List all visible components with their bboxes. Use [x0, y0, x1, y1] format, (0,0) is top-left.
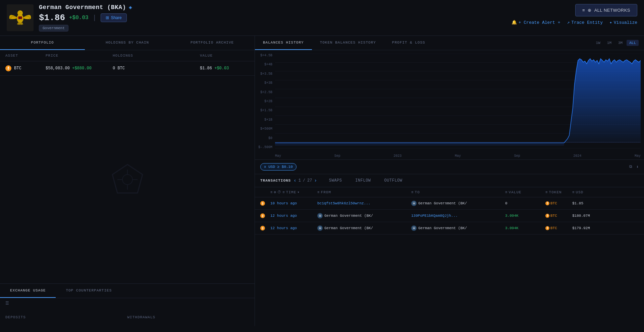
tx-time-0: 10 hours ago	[270, 201, 317, 205]
tab-holdings-by-chain[interactable]: HOLDINGS BY CHAIN	[85, 36, 170, 50]
x-label-6: May	[635, 154, 641, 158]
filter6-icon[interactable]: ≡	[545, 190, 548, 194]
y-label-9: $0	[268, 136, 272, 140]
chart-container: $+4.5B $+4B $+3.5B $+3B $+2.5B $+2B $+1.…	[255, 50, 644, 159]
link-icon: ⊕	[588, 8, 592, 13]
tx-to-1[interactable]: 139PoPE1bKQam8QJjh...	[411, 214, 505, 218]
tab-token-balances-history[interactable]: TOKEN BALANCES HISTORY	[312, 36, 384, 50]
col-price: PRICE	[46, 54, 113, 58]
all-networks-button[interactable]: ≡ ⊕ ALL NETWORKS	[575, 4, 637, 16]
tx-to-2: 🏛 German Government (BK/	[411, 225, 505, 231]
tx-from-2: 🏛 German Government (BK/	[317, 225, 411, 231]
table-column-headers: ASSET PRICE HOLDINGS VALUE	[0, 50, 255, 61]
tx-from-0[interactable]: bc1qfst5w8hk6zl50wrnz...	[317, 201, 411, 205]
col-to: ≡ TO	[411, 190, 505, 194]
tx-token-0: ₿ BTC	[545, 201, 572, 205]
table-row: ₿ 10 hours ago bc1qfst5w8hk6zl50wrnz... …	[255, 197, 644, 210]
filter7-icon[interactable]: ≡	[572, 190, 575, 194]
svg-point-2	[17, 10, 23, 16]
next-page-btn[interactable]: ›	[314, 178, 317, 183]
col-value: VALUE	[200, 54, 260, 58]
action-links: 🔔 + Create Alert + ↗ Trace Entity ✦ Visu…	[512, 20, 637, 25]
tx-to-0: 🏛 German Government (BK/	[411, 201, 505, 206]
price-change: +$0.03	[69, 15, 89, 21]
filter-3m[interactable]: 3M	[615, 40, 625, 46]
create-alert-link[interactable]: 🔔 + Create Alert +	[512, 20, 560, 25]
tab-balances-history[interactable]: BALANCES HISTORY	[255, 36, 312, 50]
col-token: ≡ TOKEN	[545, 190, 572, 194]
col-from: ≡ FROM	[317, 190, 411, 194]
col-value: ≡ VALUE	[505, 190, 545, 194]
tab-top-counterparties[interactable]: TOP COUNTERPARTIES	[56, 284, 122, 298]
share-button[interactable]: ⊞ Share	[101, 13, 127, 22]
tx-usd-0: $1.85	[572, 201, 599, 205]
page-total: 27	[307, 178, 312, 183]
right-panel: BALANCES HISTORY TOKEN BALANCES HISTORY …	[255, 36, 644, 326]
table-row: ₿ BTC $58,083.00 +$880.00 0 BTC $1.86 +$…	[0, 61, 255, 76]
filter5-icon[interactable]: ≡	[505, 190, 508, 194]
col-usd: ≡ USD	[572, 190, 599, 194]
empty-state	[0, 76, 255, 283]
filter-chip-label: x USD ≥ $0.10	[264, 165, 293, 169]
tx-time-2: 12 hours ago	[270, 226, 317, 230]
filter-all[interactable]: ALL	[627, 40, 639, 46]
tx-column-headers: ≡ ⊕ ⏱ ≡ TIME ▾ ≡ FROM ≡ TO ≡ VALUE	[255, 187, 644, 197]
visualize-link[interactable]: ✦ Visualize	[609, 20, 637, 25]
svg-rect-6	[20, 16, 21, 19]
trace-entity-link[interactable]: ↗ Trace Entity	[567, 20, 603, 25]
entity-logo	[7, 4, 34, 31]
tx-btc-icon-1: ₿	[260, 213, 270, 218]
bottom-tab-bar: EXCHANGE USAGE TOP COUNTERPARTIES	[0, 284, 255, 298]
pagination: ‹ 1 / 27 ›	[293, 178, 317, 183]
download-icon[interactable]: ⬇	[636, 164, 639, 170]
transactions-section: x USD ≥ $0.10 ⧉ ⬇ TRANSACTIONS ‹ 1 / 27 …	[255, 160, 644, 326]
entity-name: German Government (BKA)	[39, 4, 126, 11]
balance-chart	[275, 54, 641, 152]
tab-outflow[interactable]: OUTFLOW	[382, 177, 405, 184]
trace-icon: ↗	[567, 20, 570, 25]
usd-filter-chip[interactable]: x USD ≥ $0.10	[260, 163, 297, 171]
svg-point-8	[20, 12, 21, 13]
all-networks-label: ALL NETWORKS	[594, 8, 630, 13]
share-icon: ⊞	[106, 15, 109, 20]
tab-exchange-usage[interactable]: EXCHANGE USAGE	[0, 284, 56, 298]
tx-token-1: ₿ BTC	[545, 214, 572, 218]
tab-portfolio-archive[interactable]: PORTFOLIO ARCHIVE	[170, 36, 255, 50]
table-row: ₿ 12 hours ago 🏛 German Government (BK/ …	[255, 210, 644, 222]
chart-time-filters: 1W 1M 3M ALL	[593, 40, 644, 46]
asset-cell: ₿ BTC	[5, 65, 46, 71]
filter-icon[interactable]: ≡	[270, 190, 273, 194]
x-label-1: Sep	[334, 154, 340, 158]
tab-profit-loss[interactable]: PROFIT & LOSS	[384, 36, 433, 50]
asset-price-change-val: +$880.00	[72, 66, 92, 71]
svg-rect-5	[19, 16, 20, 19]
prev-page-btn[interactable]: ‹	[293, 178, 296, 183]
value-cell: $1.86 +$0.03	[200, 66, 260, 71]
col-holdings: HOLDINGS	[113, 54, 200, 58]
filter2-icon[interactable]: ≡	[282, 190, 285, 194]
copy-icon[interactable]: ⧉	[629, 164, 632, 169]
withdrawals-label: WITHDRAWALS	[127, 315, 250, 319]
link-icon: ⊕	[274, 190, 277, 194]
entity-badge-1: 🏛	[317, 213, 323, 218]
tx-usd-1: $180.07M	[572, 214, 599, 218]
asset-name: BTC	[14, 66, 21, 71]
x-label-0: May	[275, 154, 281, 158]
tx-btc-icon-2: ₿	[260, 226, 270, 230]
tab-swaps[interactable]: SWAPS	[326, 177, 345, 184]
svg-rect-4	[18, 16, 22, 19]
filter3-icon[interactable]: ≡	[317, 190, 320, 194]
filter-1m[interactable]: 1M	[604, 40, 614, 46]
holdings-val: 0 BTC	[113, 66, 125, 71]
x-label-3: May	[455, 154, 461, 158]
x-axis-labels: May Sep 2023 May Sep 2024 May	[275, 154, 641, 158]
filter-1w[interactable]: 1W	[593, 40, 603, 46]
tab-portfolio[interactable]: PORTFOLIO	[0, 36, 85, 50]
tab-inflow[interactable]: INFLOW	[353, 177, 373, 184]
filter-icon[interactable]: ☰	[5, 301, 9, 306]
tx-value-2: 3.094K	[505, 226, 545, 230]
entity-badge-2: 🏛	[317, 225, 323, 231]
tx-value-0: 0	[505, 201, 545, 205]
filter4-icon[interactable]: ≡	[411, 190, 414, 194]
tx-from-1: 🏛 German Government (BK/	[317, 213, 411, 218]
